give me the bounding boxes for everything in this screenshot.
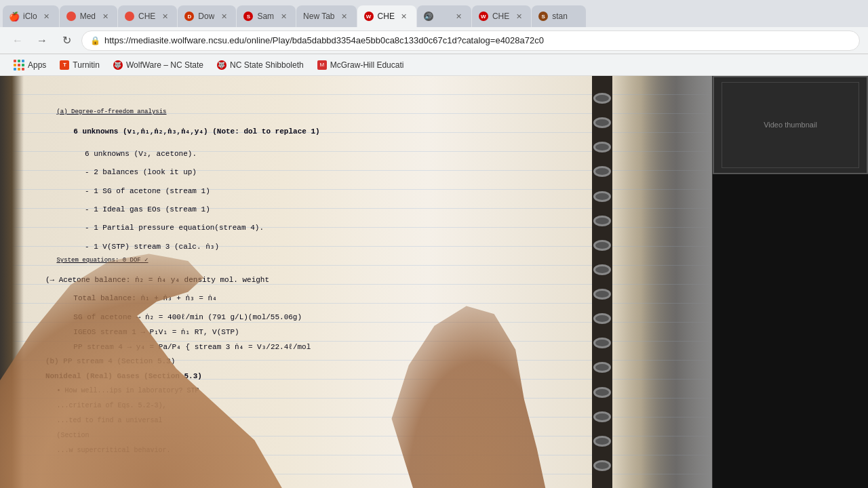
- forward-button[interactable]: →: [33, 31, 52, 50]
- notebook-right-area: [612, 76, 712, 488]
- spiral-loop: [593, 313, 611, 324]
- bookmark-shibboleth[interactable]: 🐺 NC State Shibboleth: [212, 58, 309, 72]
- tab-che1-title: CHE: [138, 12, 155, 21]
- tab-med[interactable]: Med ✕: [60, 5, 117, 27]
- bookmark-apps[interactable]: Apps: [8, 58, 52, 73]
- tab-che2[interactable]: W CHE ✕: [357, 5, 416, 27]
- tab-che1-close[interactable]: ✕: [159, 11, 170, 22]
- spiral-binding: [592, 76, 612, 488]
- sidebar-panel: Video thumbnail: [712, 76, 868, 488]
- tab-newtab-title: New Tab: [303, 12, 334, 21]
- stan-favicon: S: [538, 12, 548, 21]
- tab-dow[interactable]: D Dow ✕: [178, 5, 236, 27]
- che2-favicon: W: [364, 12, 374, 21]
- spiral-loop: [593, 166, 611, 177]
- note-line-4: - 2 balances (look it up): [85, 167, 197, 178]
- spiral-loop: [593, 289, 611, 300]
- tab-icloud-close[interactable]: ✕: [41, 11, 52, 22]
- spiral-loop: [593, 240, 611, 251]
- bookmark-wolfware-label: WolfWare – NC State: [126, 60, 203, 70]
- toolbar: ← → ↻ 🔒 https://mediasite.wolfware.ncsu.…: [0, 27, 868, 54]
- sidebar-thumbnail-label: Video thumbnail: [764, 121, 817, 129]
- apps-grid-icon: [14, 60, 24, 70]
- bookmark-shibboleth-label: NC State Shibboleth: [230, 60, 304, 70]
- bookmark-mcgraw-label: McGraw-Hill Educati: [330, 60, 404, 70]
- tab-icloud[interactable]: 🍎 iClo ✕: [3, 5, 59, 27]
- browser-window: 🍎 iClo ✕ Med ✕ CHE ✕ D Dow ✕ S Sam ✕: [0, 0, 868, 488]
- med-favicon: [66, 12, 76, 21]
- note-line-8: - 1 V(STP) stream 3 (calc. ṅ₃): [85, 241, 219, 253]
- tab-che3[interactable]: W CHE ✕: [472, 5, 531, 27]
- tab-sam-close[interactable]: ✕: [278, 11, 289, 22]
- spiral-loop: [593, 142, 611, 152]
- bookmark-turnitin[interactable]: T Turnitin: [54, 58, 105, 72]
- sam-favicon: S: [243, 12, 253, 21]
- wolfware-favicon: 🐺: [113, 60, 123, 70]
- bookmarks-bar: Apps T Turnitin 🐺 WolfWare – NC State 🐺 …: [0, 54, 868, 76]
- video-main: (a) Degree-of-freedom analysis 6 unknown…: [0, 76, 712, 488]
- tab-stan[interactable]: S stan: [532, 5, 586, 27]
- note-line-1: (a) Degree-of-freedom analysis: [56, 108, 166, 117]
- note-line-6: - 1 Ideal gas EOs (stream 1): [85, 204, 210, 216]
- tab-che3-title: CHE: [492, 12, 509, 21]
- dow-favicon: D: [184, 12, 194, 21]
- spiral-loop: [593, 460, 611, 471]
- bookmark-wolfware[interactable]: 🐺 WolfWare – NC State: [108, 58, 209, 72]
- note-line-5: - 1 SG of acetone (stream 1): [85, 186, 210, 197]
- spiral-loop: [593, 93, 611, 104]
- spiral-loop: [593, 191, 611, 202]
- lock-icon: 🔒: [90, 36, 100, 45]
- url-text: https://mediasite.wolfware.ncsu.edu/onli…: [104, 35, 851, 45]
- note-line-3: 6 unknowns (V₂, acetone).: [85, 148, 197, 160]
- tab-che1[interactable]: CHE ✕: [118, 5, 177, 27]
- tab-che3-close[interactable]: ✕: [513, 11, 524, 22]
- bookmark-mcgraw[interactable]: M McGraw-Hill Educati: [312, 58, 410, 72]
- tab-stan-title: stan: [552, 12, 579, 21]
- spiral-loop: [593, 387, 611, 398]
- tab-che2-close[interactable]: ✕: [399, 11, 410, 22]
- apple-favicon: 🍎: [9, 12, 19, 21]
- turnitin-favicon: T: [60, 60, 69, 70]
- tab-che2-title: CHE: [378, 12, 395, 21]
- tab-sam-title: Sam: [257, 12, 274, 21]
- tab-dow-close[interactable]: ✕: [218, 11, 229, 22]
- tab-med-close[interactable]: ✕: [100, 11, 111, 22]
- sidebar-lower: [713, 174, 868, 488]
- spiral-loop: [593, 264, 611, 275]
- content-area: (a) Degree-of-freedom analysis 6 unknown…: [0, 76, 868, 488]
- notebook-background: (a) Degree-of-freedom analysis 6 unknown…: [0, 76, 712, 488]
- address-bar[interactable]: 🔒 https://mediasite.wolfware.ncsu.edu/on…: [81, 30, 860, 51]
- spiral-loop: [593, 436, 611, 447]
- tab-audio-close[interactable]: ✕: [454, 11, 465, 22]
- tab-med-title: Med: [80, 12, 96, 21]
- audio-favicon: 🔊: [424, 12, 433, 21]
- che1-favicon: [125, 12, 134, 21]
- tab-icloud-title: iClo: [23, 12, 37, 21]
- bookmark-turnitin-label: Turnitin: [73, 60, 100, 70]
- note-line-7: - 1 Partial pressure equation(stream 4).: [85, 222, 264, 234]
- tab-dow-title: Dow: [198, 12, 214, 21]
- note-line-2: 6 unknowns (v₁,ṅ₁,ṅ₂,ṅ₃,ṅ₄,y₄) (Note: do…: [73, 126, 319, 138]
- spiral-loop: [593, 216, 611, 226]
- sidebar-thumbnail: Video thumbnail: [713, 76, 868, 174]
- shibboleth-favicon: 🐺: [217, 60, 226, 70]
- spiral-loop: [593, 411, 611, 422]
- reload-button[interactable]: ↻: [57, 31, 76, 50]
- tab-audio[interactable]: 🔊 ✕: [417, 5, 471, 27]
- spiral-loop: [593, 362, 611, 373]
- spiral-loop: [593, 117, 611, 128]
- mcgraw-favicon: M: [317, 60, 327, 70]
- tab-newtab[interactable]: New Tab ✕: [296, 5, 356, 27]
- back-button[interactable]: ←: [8, 31, 27, 50]
- tab-newtab-close[interactable]: ✕: [339, 11, 350, 22]
- spiral-loop: [593, 338, 611, 348]
- bookmark-apps-label: Apps: [28, 60, 46, 70]
- tab-sam[interactable]: S Sam ✕: [237, 5, 296, 27]
- tab-bar: 🍎 iClo ✕ Med ✕ CHE ✕ D Dow ✕ S Sam ✕: [0, 0, 868, 27]
- che3-favicon: W: [479, 12, 488, 21]
